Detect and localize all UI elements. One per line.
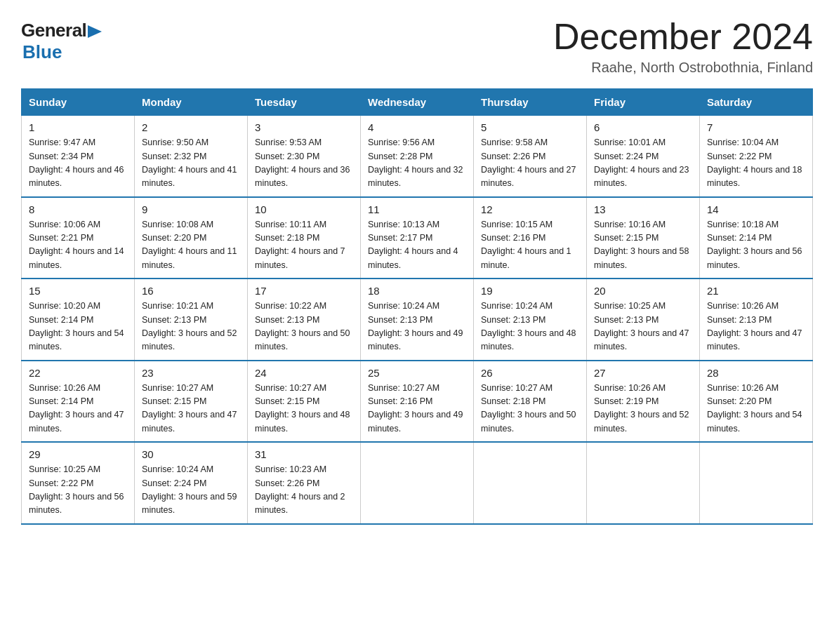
- calendar-cell: 25Sunrise: 10:27 AMSunset: 2:16 PMDaylig…: [361, 361, 474, 443]
- calendar-cell: 2Sunrise: 9:50 AMSunset: 2:32 PMDaylight…: [135, 116, 248, 197]
- day-number: 31: [255, 448, 353, 460]
- calendar-cell: 19Sunrise: 10:24 AMSunset: 2:13 PMDaylig…: [474, 279, 587, 361]
- month-year-title: December 2024: [553, 17, 813, 57]
- sun-info: Sunrise: 10:15 AMSunset: 2:16 PMDaylight…: [481, 220, 571, 270]
- calendar-header: SundayMondayTuesdayWednesdayThursdayFrid…: [22, 89, 813, 116]
- sun-info: Sunrise: 10:16 AMSunset: 2:15 PMDaylight…: [594, 220, 689, 270]
- sun-info: Sunrise: 10:26 AMSunset: 2:19 PMDaylight…: [594, 383, 689, 434]
- calendar-cell: 21Sunrise: 10:26 AMSunset: 2:13 PMDaylig…: [700, 279, 813, 361]
- calendar-cell: 20Sunrise: 10:25 AMSunset: 2:13 PMDaylig…: [587, 279, 700, 361]
- calendar-cell: 26Sunrise: 10:27 AMSunset: 2:18 PMDaylig…: [474, 361, 587, 443]
- day-number: 10: [255, 203, 353, 215]
- sun-info: Sunrise: 10:13 AMSunset: 2:17 PMDaylight…: [368, 220, 458, 270]
- calendar-cell: 30Sunrise: 10:24 AMSunset: 2:24 PMDaylig…: [135, 442, 248, 524]
- sun-info: Sunrise: 10:27 AMSunset: 2:15 PMDaylight…: [142, 383, 237, 434]
- calendar-cell: 18Sunrise: 10:24 AMSunset: 2:13 PMDaylig…: [361, 279, 474, 361]
- sun-info: Sunrise: 10:27 AMSunset: 2:15 PMDaylight…: [255, 383, 350, 434]
- sun-info: Sunrise: 10:26 AMSunset: 2:13 PMDaylight…: [707, 301, 802, 351]
- logo-arrow-icon: [88, 24, 102, 39]
- day-number: 27: [594, 367, 692, 379]
- sun-info: Sunrise: 9:56 AMSunset: 2:28 PMDaylight:…: [368, 137, 463, 188]
- day-number: 1: [29, 121, 127, 133]
- calendar-cell: 11Sunrise: 10:13 AMSunset: 2:17 PMDaylig…: [361, 197, 474, 279]
- calendar-cell: [587, 442, 700, 524]
- day-number: 24: [255, 367, 353, 379]
- calendar-body: 1Sunrise: 9:47 AMSunset: 2:34 PMDaylight…: [22, 116, 813, 524]
- calendar-cell: 7Sunrise: 10:04 AMSunset: 2:22 PMDayligh…: [700, 116, 813, 197]
- sun-info: Sunrise: 10:23 AMSunset: 2:26 PMDaylight…: [255, 464, 345, 515]
- calendar-cell: 9Sunrise: 10:08 AMSunset: 2:20 PMDayligh…: [135, 197, 248, 279]
- sun-info: Sunrise: 10:08 AMSunset: 2:20 PMDaylight…: [142, 220, 237, 270]
- day-number: 3: [255, 121, 353, 133]
- day-number: 4: [368, 121, 466, 133]
- calendar-cell: 16Sunrise: 10:21 AMSunset: 2:13 PMDaylig…: [135, 279, 248, 361]
- logo: General Blue: [21, 17, 102, 63]
- sun-info: Sunrise: 10:27 AMSunset: 2:16 PMDaylight…: [368, 383, 463, 434]
- sun-info: Sunrise: 10:24 AMSunset: 2:13 PMDaylight…: [368, 301, 463, 351]
- weekday-header-monday: Monday: [135, 89, 248, 116]
- sun-info: Sunrise: 10:22 AMSunset: 2:13 PMDaylight…: [255, 301, 350, 351]
- calendar-cell: 31Sunrise: 10:23 AMSunset: 2:26 PMDaylig…: [248, 442, 361, 524]
- sun-info: Sunrise: 10:04 AMSunset: 2:22 PMDaylight…: [707, 137, 802, 188]
- sun-info: Sunrise: 10:27 AMSunset: 2:18 PMDaylight…: [481, 383, 576, 434]
- location-subtitle: Raahe, North Ostrobothnia, Finland: [553, 60, 813, 76]
- day-number: 14: [707, 203, 805, 215]
- calendar-table: SundayMondayTuesdayWednesdayThursdayFrid…: [21, 88, 813, 525]
- sun-info: Sunrise: 9:50 AMSunset: 2:32 PMDaylight:…: [142, 137, 237, 188]
- weekday-header-wednesday: Wednesday: [361, 89, 474, 116]
- weekday-header-tuesday: Tuesday: [248, 89, 361, 116]
- day-number: 12: [481, 203, 579, 215]
- calendar-cell: [361, 442, 474, 524]
- calendar-cell: 1Sunrise: 9:47 AMSunset: 2:34 PMDaylight…: [22, 116, 135, 197]
- day-number: 9: [142, 203, 240, 215]
- logo-general-text: General: [21, 20, 86, 41]
- day-number: 8: [29, 203, 127, 215]
- day-number: 25: [368, 367, 466, 379]
- day-number: 21: [707, 285, 805, 297]
- calendar-cell: 6Sunrise: 10:01 AMSunset: 2:24 PMDayligh…: [587, 116, 700, 197]
- calendar-cell: 5Sunrise: 9:58 AMSunset: 2:26 PMDaylight…: [474, 116, 587, 197]
- sun-info: Sunrise: 9:58 AMSunset: 2:26 PMDaylight:…: [481, 137, 576, 188]
- day-number: 5: [481, 121, 579, 133]
- calendar-cell: 22Sunrise: 10:26 AMSunset: 2:14 PMDaylig…: [22, 361, 135, 443]
- sun-info: Sunrise: 10:06 AMSunset: 2:21 PMDaylight…: [29, 220, 124, 270]
- sun-info: Sunrise: 10:26 AMSunset: 2:20 PMDaylight…: [707, 383, 802, 434]
- calendar-cell: 15Sunrise: 10:20 AMSunset: 2:14 PMDaylig…: [22, 279, 135, 361]
- sun-info: Sunrise: 10:24 AMSunset: 2:24 PMDaylight…: [142, 464, 237, 515]
- sun-info: Sunrise: 10:11 AMSunset: 2:18 PMDaylight…: [255, 220, 345, 270]
- calendar-cell: 10Sunrise: 10:11 AMSunset: 2:18 PMDaylig…: [248, 197, 361, 279]
- day-number: 6: [594, 121, 692, 133]
- calendar-cell: [474, 442, 587, 524]
- calendar-cell: 12Sunrise: 10:15 AMSunset: 2:16 PMDaylig…: [474, 197, 587, 279]
- logo-blue-text: Blue: [22, 41, 62, 62]
- calendar-cell: 29Sunrise: 10:25 AMSunset: 2:22 PMDaylig…: [22, 442, 135, 524]
- sun-info: Sunrise: 9:47 AMSunset: 2:34 PMDaylight:…: [29, 137, 124, 188]
- day-number: 13: [594, 203, 692, 215]
- calendar-week-row: 15Sunrise: 10:20 AMSunset: 2:14 PMDaylig…: [22, 279, 813, 361]
- weekday-header-sunday: Sunday: [22, 89, 135, 116]
- calendar-cell: 23Sunrise: 10:27 AMSunset: 2:15 PMDaylig…: [135, 361, 248, 443]
- day-number: 26: [481, 367, 579, 379]
- sun-info: Sunrise: 10:21 AMSunset: 2:13 PMDaylight…: [142, 301, 237, 351]
- calendar-cell: 14Sunrise: 10:18 AMSunset: 2:14 PMDaylig…: [700, 197, 813, 279]
- calendar-cell: 13Sunrise: 10:16 AMSunset: 2:15 PMDaylig…: [587, 197, 700, 279]
- calendar-cell: 28Sunrise: 10:26 AMSunset: 2:20 PMDaylig…: [700, 361, 813, 443]
- day-number: 11: [368, 203, 466, 215]
- day-number: 16: [142, 285, 240, 297]
- weekday-header-row: SundayMondayTuesdayWednesdayThursdayFrid…: [22, 89, 813, 116]
- title-block: December 2024 Raahe, North Ostrobothnia,…: [553, 17, 813, 76]
- svg-marker-0: [88, 25, 102, 38]
- calendar-week-row: 8Sunrise: 10:06 AMSunset: 2:21 PMDayligh…: [22, 197, 813, 279]
- day-number: 19: [481, 285, 579, 297]
- day-number: 28: [707, 367, 805, 379]
- day-number: 20: [594, 285, 692, 297]
- sun-info: Sunrise: 10:24 AMSunset: 2:13 PMDaylight…: [481, 301, 576, 351]
- day-number: 18: [368, 285, 466, 297]
- day-number: 17: [255, 285, 353, 297]
- day-number: 7: [707, 121, 805, 133]
- calendar-week-row: 1Sunrise: 9:47 AMSunset: 2:34 PMDaylight…: [22, 116, 813, 197]
- weekday-header-saturday: Saturday: [700, 89, 813, 116]
- sun-info: Sunrise: 10:01 AMSunset: 2:24 PMDaylight…: [594, 137, 689, 188]
- day-number: 15: [29, 285, 127, 297]
- calendar-cell: 24Sunrise: 10:27 AMSunset: 2:15 PMDaylig…: [248, 361, 361, 443]
